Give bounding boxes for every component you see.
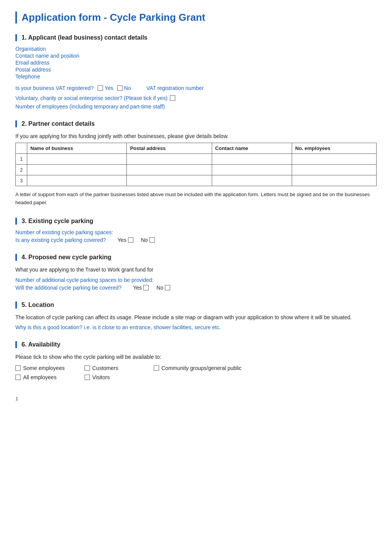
- section-6-heading: 6. Availability: [15, 341, 377, 348]
- additional-spaces-label: Number of additional cycle parking space…: [15, 277, 377, 283]
- section-2-description: If you are applying for this funding joi…: [15, 132, 377, 140]
- row-2-num: 2: [16, 165, 27, 175]
- charity-row: Voluntary, charity or social enterprise …: [15, 95, 377, 101]
- vat-yes-option[interactable]: Yes: [98, 85, 113, 91]
- charity-label: Voluntary, charity or social enterprise …: [15, 95, 168, 101]
- row-3-num: 3: [16, 175, 27, 186]
- table-row: 2: [16, 165, 377, 175]
- avail-community[interactable]: Community groups/general public: [154, 365, 377, 371]
- table-row: 3: [16, 175, 377, 186]
- section-4-heading: 4. Proposed new cycle parking: [15, 254, 377, 261]
- row-1-employees[interactable]: [292, 154, 377, 165]
- col-name: Name of business: [27, 143, 127, 154]
- additional-no-option[interactable]: No: [156, 285, 170, 291]
- additional-no-label: No: [156, 285, 163, 291]
- existing-yes-checkbox[interactable]: [128, 237, 133, 243]
- existing-no-checkbox[interactable]: [149, 237, 155, 243]
- location-description: The location of cycle parking can affect…: [15, 313, 377, 322]
- vat-yes-checkbox[interactable]: [98, 85, 103, 91]
- additional-yes-checkbox[interactable]: [143, 285, 149, 290]
- vat-registration-label: VAT registration number: [146, 85, 204, 91]
- col-employees: No. employees: [292, 143, 377, 154]
- section-2: 2. Partner contact details If you are ap…: [15, 120, 377, 207]
- availability-options: Some employees Customers Community group…: [15, 365, 377, 380]
- section-3-heading: 3. Existing cycle parking: [15, 218, 377, 225]
- field-telephone: Telephone: [15, 73, 377, 80]
- additional-yes-option[interactable]: Yes: [133, 285, 149, 291]
- section-4: 4. Proposed new cycle parking What you a…: [15, 254, 377, 291]
- availability-description: Please tick to show who the cycle parkin…: [15, 353, 377, 361]
- section-1: 1. Applicant (lead business) contact det…: [15, 34, 377, 110]
- avail-visitors[interactable]: Visitors: [85, 374, 154, 380]
- avail-customers[interactable]: Customers: [85, 365, 154, 371]
- additional-covered-options: Yes No: [133, 285, 170, 291]
- employees-row: Number of employees (including temporary…: [15, 103, 377, 110]
- page-number: 1: [15, 396, 377, 402]
- some-employees-label: Some employees: [23, 365, 65, 371]
- existing-yes-label: Yes: [118, 237, 126, 243]
- visitors-checkbox[interactable]: [85, 375, 90, 380]
- avail-some-employees[interactable]: Some employees: [15, 365, 85, 371]
- field-contact-name: Contact name and position: [15, 53, 377, 59]
- existing-no-option[interactable]: No: [141, 237, 155, 243]
- section-5-heading: 5. Location: [15, 302, 377, 308]
- col-contact: Contact name: [212, 143, 292, 154]
- section-3: 3. Existing cycle parking Number of exis…: [15, 218, 377, 243]
- additional-covered-row: Will the additional cycle parking be cov…: [15, 285, 377, 291]
- row-1-contact[interactable]: [212, 154, 292, 165]
- page-title: Application form - Cycle Parking Grant: [15, 12, 377, 23]
- empty-cell: [154, 374, 377, 380]
- community-checkbox[interactable]: [154, 365, 159, 371]
- avail-all-employees[interactable]: All employees: [15, 374, 85, 380]
- additional-yes-label: Yes: [133, 285, 142, 291]
- customers-checkbox[interactable]: [85, 365, 90, 371]
- col-postal: Postal address: [127, 143, 212, 154]
- existing-yes-option[interactable]: Yes: [118, 237, 133, 243]
- row-3-contact[interactable]: [212, 175, 292, 186]
- existing-no-label: No: [141, 237, 148, 243]
- community-label: Community groups/general public: [161, 365, 242, 371]
- section-6: 6. Availability Please tick to show who …: [15, 341, 377, 380]
- row-3-employees[interactable]: [292, 175, 377, 186]
- row-3-postal[interactable]: [127, 175, 212, 186]
- field-organisation: Organisation: [15, 46, 377, 52]
- contact-fields-list: Organisation Contact name and position E…: [15, 46, 377, 80]
- row-1-postal[interactable]: [127, 154, 212, 165]
- vat-row: Is your business VAT registered? Yes No …: [15, 85, 377, 91]
- existing-covered-row: Is any existing cycle parking covered? Y…: [15, 237, 377, 243]
- visitors-label: Visitors: [92, 374, 110, 380]
- some-employees-checkbox[interactable]: [15, 365, 21, 371]
- existing-covered-options: Yes No: [118, 237, 155, 243]
- row-2-name[interactable]: [27, 165, 127, 175]
- existing-spaces-label: Number of existing cycle parking spaces:: [15, 229, 377, 235]
- partner-table: Name of business Postal address Contact …: [15, 143, 377, 186]
- existing-covered-label: Is any existing cycle parking covered?: [15, 237, 106, 243]
- what-applying-text: What you are applying to the Travel to W…: [15, 265, 377, 274]
- all-employees-checkbox[interactable]: [15, 375, 21, 380]
- section-5: 5. Location The location of cycle parkin…: [15, 302, 377, 330]
- vat-no-checkbox[interactable]: [117, 85, 123, 91]
- row-1-num: 1: [16, 154, 27, 165]
- row-2-employees[interactable]: [292, 165, 377, 175]
- employees-label: Number of employees (including temporary…: [15, 103, 165, 110]
- row-1-name[interactable]: [27, 154, 127, 165]
- vat-no-option[interactable]: No: [117, 85, 131, 91]
- vat-question-label: Is your business VAT registered?: [15, 85, 94, 91]
- additional-no-checkbox[interactable]: [165, 285, 170, 290]
- letter-note: A letter of support from each of the par…: [15, 191, 377, 207]
- col-num: [16, 143, 27, 154]
- section-1-heading: 1. Applicant (lead business) contact det…: [15, 34, 377, 41]
- table-row: 1: [16, 154, 377, 165]
- field-postal: Postal address: [15, 67, 377, 73]
- vat-no-label: No: [124, 85, 131, 91]
- all-employees-label: All employees: [23, 374, 56, 380]
- row-2-postal[interactable]: [127, 165, 212, 175]
- vat-yes-label: Yes: [105, 85, 113, 91]
- why-good-location: Why is this a good location? i.e. is it …: [15, 324, 377, 330]
- charity-checkbox[interactable]: [170, 95, 175, 101]
- field-email: Email address: [15, 60, 377, 66]
- row-3-name[interactable]: [27, 175, 127, 186]
- section-2-heading: 2. Partner contact details: [15, 120, 377, 127]
- row-2-contact[interactable]: [212, 165, 292, 175]
- customers-label: Customers: [92, 365, 118, 371]
